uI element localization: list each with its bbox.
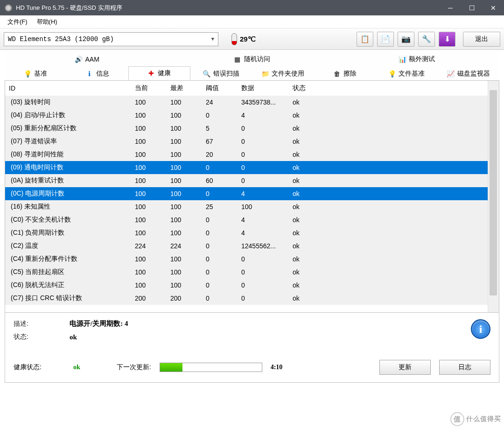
health-table[interactable]: ID 当前 最差 阈值 数据 状态 (03) 旋转时间1001002434359… (5, 81, 488, 305)
table-row[interactable]: (C2) 温度224224012455562...ok (5, 239, 488, 253)
maximize-button[interactable]: ☐ (461, 0, 483, 15)
drive-select-text: WD Elements 25A3 (12000 gB) (8, 35, 114, 43)
monitor-icon: 📈 (447, 70, 455, 77)
col-status[interactable]: 状态 (289, 81, 488, 96)
cell-worst: 100 (167, 279, 202, 292)
info-circle-icon: i (471, 319, 490, 339)
cell-st: ok (289, 200, 488, 213)
copy-text-button[interactable]: 📋 (357, 32, 373, 47)
cell-cur: 100 (131, 279, 167, 292)
options-button[interactable]: 🔧 (418, 32, 435, 47)
col-threshold[interactable]: 阈值 (202, 81, 238, 96)
titlebar: HD Tune Pro 5.75 - 硬盘/SSD 实用程序 ─ ☐ ✕ (0, 0, 504, 15)
tab-filebench[interactable]: 💡文件基准 (376, 66, 438, 80)
col-worst[interactable]: 最差 (167, 81, 202, 96)
col-current[interactable]: 当前 (131, 81, 167, 96)
table-row[interactable]: (08) 寻道时间性能100100200ok (5, 148, 488, 161)
desc-value: 电源开/关周期数: 4 (70, 319, 128, 328)
table-row[interactable]: (C6) 脱机无法纠正10010000ok (5, 279, 488, 292)
screenshot-button[interactable]: 📷 (398, 32, 414, 47)
cell-thr: 0 (202, 266, 238, 279)
cell-data: 100 (238, 200, 289, 213)
info-icon: ℹ (86, 70, 93, 77)
cell-data: 0 (238, 135, 289, 148)
cell-data: 34359738... (238, 96, 289, 109)
tab-random[interactable]: ▦随机访问 (169, 52, 334, 66)
menu-help[interactable]: 帮助(H) (32, 16, 62, 28)
update-button[interactable]: 更新 (379, 360, 431, 375)
table-row[interactable]: (C0) 不安全关机计数10010004ok (5, 213, 488, 226)
table-row[interactable]: (C5) 当前挂起扇区10010000ok (5, 266, 488, 279)
cell-cur: 100 (131, 226, 167, 239)
menubar: 文件(F) 帮助(H) (0, 15, 504, 28)
cell-data: 0 (238, 122, 289, 135)
cell-data: 0 (238, 279, 289, 292)
cell-worst: 100 (167, 109, 202, 122)
cell-thr: 60 (202, 174, 238, 187)
col-id[interactable]: ID (5, 81, 131, 96)
table-row[interactable]: (05) 重新分配扇区计数10010050ok (5, 122, 488, 135)
cell-cur: 100 (131, 135, 167, 148)
scrollbar[interactable] (488, 81, 499, 312)
tab-aam[interactable]: 🔊AAM (5, 52, 169, 66)
scroll-thumb[interactable] (490, 90, 497, 295)
cell-st: ok (289, 292, 488, 305)
log-button[interactable]: 日志 (439, 360, 490, 375)
col-data[interactable]: 数据 (238, 81, 289, 96)
table-row[interactable]: (09) 通电时间计数10010000ok (5, 161, 488, 174)
cell-thr: 0 (202, 239, 238, 253)
status-value: ok (70, 333, 77, 341)
cell-data: 0 (238, 253, 289, 266)
tab-erase[interactable]: 🗑擦除 (314, 66, 376, 80)
update-progress (160, 363, 262, 372)
cell-cur: 100 (131, 148, 167, 161)
minimize-button[interactable]: ─ (440, 0, 461, 15)
table-row[interactable]: (03) 旋转时间1001002434359738...ok (5, 96, 488, 109)
cell-cur: 100 (131, 96, 167, 109)
copy-info-button[interactable]: 📄 (377, 32, 394, 47)
speaker-icon: 🔊 (75, 56, 82, 63)
cell-data: 0 (238, 161, 289, 174)
bulb-icon: 💡 (24, 70, 31, 77)
tab-folder[interactable]: 📁文件夹使用 (252, 66, 314, 80)
table-row[interactable]: (C4) 重新分配事件计数10010000ok (5, 253, 488, 266)
next-update-label: 下一次更新: (117, 363, 151, 372)
cell-st: ok (289, 96, 488, 109)
table-row[interactable]: (04) 启动/停止计数10010004ok (5, 109, 488, 122)
tab-extra[interactable]: 📊额外测试 (335, 52, 499, 66)
tab-health[interactable]: ✚健康 (128, 66, 190, 80)
cell-st: ok (289, 161, 488, 174)
tab-monitor[interactable]: 📈磁盘监视器 (438, 66, 500, 80)
watermark: 值什么值得买 (450, 412, 501, 426)
toolbar: WD Elements 25A3 (12000 gB) ▼ 29℃ 📋 📄 📷 … (0, 28, 504, 50)
drive-select[interactable]: WD Elements 25A3 (12000 gB) ▼ (4, 32, 218, 46)
cell-worst: 100 (167, 253, 202, 266)
tab-error[interactable]: 🔍错误扫描 (190, 66, 252, 80)
cell-st: ok (289, 213, 488, 226)
tab-benchmark[interactable]: 💡基准 (5, 66, 67, 80)
cell-cur: 224 (131, 239, 167, 253)
close-button[interactable]: ✕ (483, 0, 504, 15)
cell-id: (C0) 不安全关机计数 (5, 213, 131, 226)
tab-info[interactable]: ℹ信息 (67, 66, 129, 80)
table-row[interactable]: (16) 未知属性10010025100ok (5, 200, 488, 213)
cell-st: ok (289, 226, 488, 239)
table-row[interactable]: (C7) 接口 CRC 错误计数20020000ok (5, 292, 488, 305)
table-row[interactable]: (0C) 电源周期计数10010004ok (5, 187, 488, 200)
table-row[interactable]: (0A) 旋转重试计数100100600ok (5, 174, 488, 187)
save-button[interactable]: ⬇ (439, 32, 455, 47)
window-title: HD Tune Pro 5.75 - 硬盘/SSD 实用程序 (16, 4, 440, 12)
cell-data: 4 (238, 187, 289, 200)
cell-id: (C5) 当前挂起扇区 (5, 266, 131, 279)
cell-data: 0 (238, 148, 289, 161)
cell-id: (C1) 负荷周期计数 (5, 226, 131, 239)
cell-id: (16) 未知属性 (5, 200, 131, 213)
table-row[interactable]: (07) 寻道错误率100100670ok (5, 135, 488, 148)
cell-data: 12455562... (238, 239, 289, 253)
menu-file[interactable]: 文件(F) (3, 16, 32, 28)
table-row[interactable]: (C1) 负荷周期计数10010004ok (5, 226, 488, 239)
cell-thr: 24 (202, 96, 238, 109)
exit-button[interactable]: 退出 (463, 32, 500, 47)
countdown: 4:10 (271, 364, 283, 371)
cell-cur: 100 (131, 122, 167, 135)
